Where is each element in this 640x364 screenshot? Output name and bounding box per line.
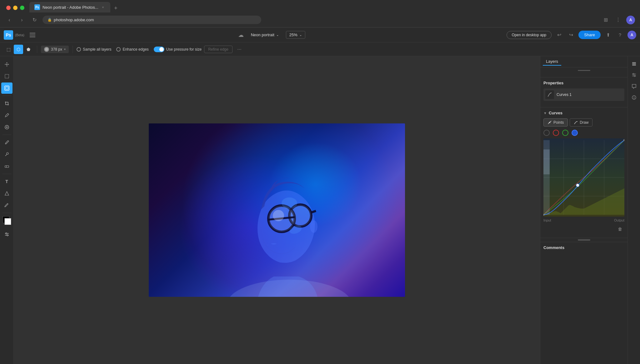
browser-menu-icon[interactable]: ⋮ <box>614 16 622 24</box>
curves-graph[interactable] <box>543 138 624 217</box>
text-tool-button[interactable]: T <box>1 176 12 187</box>
tool-separator-3 <box>2 174 11 174</box>
doc-name-button[interactable]: Neon portrait ⌄ <box>248 31 282 39</box>
panel-scrollbar[interactable] <box>578 239 590 241</box>
back-button[interactable]: ‹ <box>5 16 14 24</box>
svg-point-13 <box>7 235 8 236</box>
brush-size-control[interactable]: 378 px ▾ <box>41 46 69 53</box>
help-icon[interactable]: ? <box>616 31 624 39</box>
upload-icon[interactable]: ⬆ <box>604 31 612 39</box>
topbar-center: ☁ Neon portrait ⌄ 25% ⌄ <box>41 31 503 39</box>
eraser-tool-button[interactable] <box>1 161 12 172</box>
selection-tool-group: ⬚ ⬡ ⬟ <box>4 45 33 54</box>
share-button[interactable]: Share <box>578 31 601 39</box>
curves-collapse-icon[interactable]: ▼ <box>543 111 547 115</box>
draw-mode-button[interactable]: Draw <box>570 118 592 127</box>
fullscreen-window-button[interactable] <box>20 6 24 10</box>
tool-separator-4 <box>2 213 11 213</box>
delete-adjustment-button[interactable]: 🗑 <box>616 225 624 233</box>
blue-channel-button[interactable] <box>572 130 578 136</box>
tab-close-button[interactable]: × <box>101 5 105 9</box>
canvas-image <box>149 123 405 297</box>
active-tab[interactable]: Ps Neon portrait - Adobe Photos... × <box>29 2 110 12</box>
app-container: Ps (Beta) ☁ Neon portrait ⌄ 25% ⌄ Open i… <box>0 27 640 364</box>
profile-avatar[interactable]: A <box>626 16 635 24</box>
refresh-button[interactable]: ↻ <box>30 16 39 24</box>
svg-rect-40 <box>632 63 636 64</box>
enhance-edges-option[interactable]: Enhance edges <box>116 47 148 52</box>
svg-rect-39 <box>632 62 636 63</box>
points-mode-button[interactable]: Points <box>543 118 568 127</box>
foreground-color-swatch[interactable] <box>4 218 11 225</box>
zoom-level-button[interactable]: 25% ⌄ <box>286 31 305 39</box>
output-label: Output <box>614 218 624 222</box>
extensions-icon[interactable]: ⊞ <box>601 16 610 24</box>
lasso-tool-button[interactable]: ⬟ <box>24 45 33 54</box>
marquee-tool-button[interactable]: ⬚ <box>4 45 13 54</box>
app-topbar: Ps (Beta) ☁ Neon portrait ⌄ 25% ⌄ Open i… <box>0 27 640 42</box>
use-pressure-option[interactable]: Use pressure for size <box>154 47 202 52</box>
use-pressure-label: Use pressure for size <box>166 47 202 52</box>
curves-labels: Input Output <box>543 218 624 222</box>
forward-button[interactable]: › <box>18 16 26 24</box>
properties-title: Properties <box>543 81 624 85</box>
points-label: Points <box>553 120 564 125</box>
tab-layers[interactable]: Layers <box>543 58 561 66</box>
crop-tool-button[interactable] <box>1 98 12 109</box>
sample-all-radio[interactable] <box>77 47 81 52</box>
properties-panel: Properties Curves 1 <box>540 77 628 107</box>
chevron-down-icon: ⌄ <box>276 33 279 37</box>
far-right-bar <box>628 56 640 364</box>
heal-tool-button[interactable] <box>1 122 12 133</box>
enhance-edges-radio[interactable] <box>116 47 121 52</box>
tab-title: Neon portrait - Adobe Photos... <box>42 5 98 10</box>
menu-button[interactable] <box>28 31 37 39</box>
refine-edge-button[interactable]: Refine edge <box>204 46 232 53</box>
user-avatar[interactable]: A <box>628 31 636 39</box>
undo-button[interactable]: ↩ <box>555 31 563 39</box>
marquee-select-button[interactable] <box>1 71 12 82</box>
more-options-button[interactable]: ··· <box>235 45 244 54</box>
clone-stamp-button[interactable] <box>1 149 12 160</box>
window-controls <box>2 3 28 12</box>
layers-panel-icon[interactable] <box>629 59 639 69</box>
traffic-lights <box>6 6 24 10</box>
new-tab-button[interactable]: + <box>112 4 120 12</box>
comments-section: Comments <box>540 242 628 253</box>
curves-section-title: Curves <box>549 111 562 115</box>
use-pressure-toggle[interactable] <box>154 47 164 52</box>
brush-tool-button[interactable] <box>1 137 12 148</box>
open-desktop-button[interactable]: Open in desktop app <box>507 31 552 39</box>
svg-point-1 <box>6 64 8 65</box>
move-tool-button[interactable] <box>1 59 12 70</box>
red-channel-button[interactable] <box>553 130 559 136</box>
minimize-window-button[interactable] <box>13 6 18 10</box>
info-panel-icon[interactable] <box>629 92 639 102</box>
portrait-background <box>149 123 405 297</box>
url-input[interactable]: 🔒 photoshop.adobe.com <box>42 16 261 24</box>
shape-tool-button[interactable] <box>1 188 12 199</box>
comments-panel-icon[interactable] <box>629 81 639 91</box>
curves-layer-item[interactable]: Curves 1 <box>543 88 624 101</box>
adjustments-panel-icon[interactable] <box>629 70 639 80</box>
close-window-button[interactable] <box>6 6 11 10</box>
tool-separator-1 <box>2 96 11 96</box>
sample-all-layers-option[interactable]: Sample all layers <box>77 47 111 52</box>
green-channel-button[interactable] <box>562 130 568 136</box>
svg-point-26 <box>549 122 550 123</box>
left-tools-sidebar: T <box>0 56 14 364</box>
pen-tool-button[interactable] <box>1 200 12 211</box>
object-select-tool-button[interactable]: ⬡ <box>14 45 23 54</box>
right-sidebar: Layers Properties Curves 1 ▼ <box>540 56 628 364</box>
options-toolbar: ⬚ ⬡ ⬟ 378 px ▾ Sample all layers Enhance… <box>0 42 640 56</box>
rgb-channel-button[interactable] <box>543 130 550 136</box>
color-swatch[interactable] <box>2 216 11 225</box>
svg-point-34 <box>576 184 579 187</box>
canvas-area[interactable] <box>14 56 540 364</box>
svg-rect-41 <box>632 65 636 66</box>
curves-layer-name: Curves 1 <box>557 92 572 97</box>
eyedropper-button[interactable] <box>1 110 12 121</box>
redo-button[interactable]: ↪ <box>567 31 575 39</box>
adjustments-button[interactable] <box>1 229 12 240</box>
object-select-button[interactable] <box>1 82 12 94</box>
